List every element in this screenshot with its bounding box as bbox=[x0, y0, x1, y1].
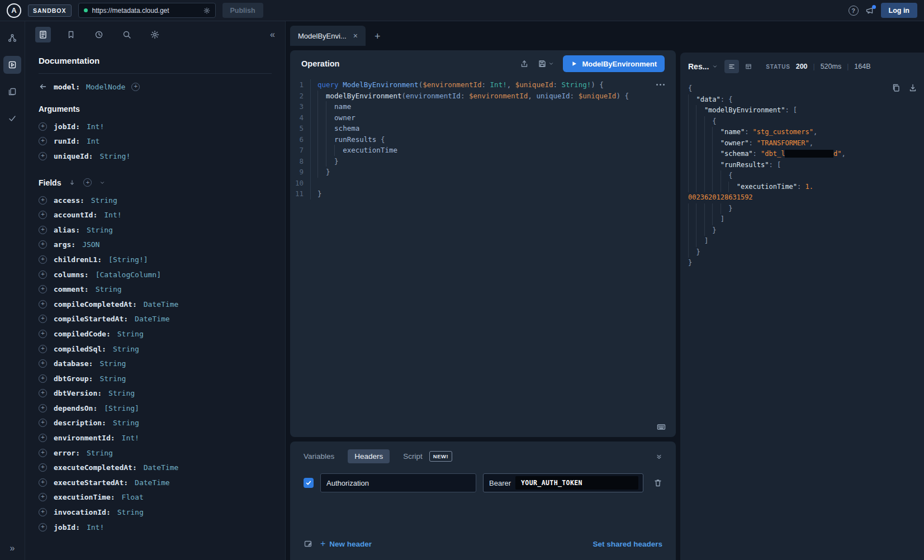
editor-line[interactable]: 10 bbox=[290, 178, 676, 189]
add-field-icon[interactable]: + bbox=[39, 137, 47, 145]
doc-field-row[interactable]: +columns:[CatalogColumn] bbox=[39, 267, 272, 282]
field-type-link[interactable]: JSON bbox=[82, 240, 99, 249]
table-view-icon[interactable] bbox=[741, 60, 756, 73]
doc-field-row[interactable]: +compiledCode:String bbox=[39, 326, 272, 341]
add-field-icon[interactable]: + bbox=[39, 270, 47, 279]
editor-line[interactable]: 3name bbox=[290, 101, 676, 112]
set-shared-headers-link[interactable]: Set shared headers bbox=[593, 540, 662, 548]
editor-line[interactable]: 7executionTime bbox=[290, 145, 676, 156]
field-type-link[interactable]: Int! bbox=[104, 211, 121, 219]
doc-field-row[interactable]: +dependsOn:[String] bbox=[39, 401, 272, 416]
field-type-link[interactable]: String bbox=[117, 508, 144, 516]
add-field-icon[interactable]: + bbox=[39, 463, 47, 472]
doc-field-row[interactable]: +dbtVersion:String bbox=[39, 386, 272, 401]
field-type-link[interactable]: Float bbox=[122, 493, 144, 501]
schema-graph-icon[interactable] bbox=[3, 29, 21, 47]
add-field-icon[interactable]: + bbox=[39, 508, 47, 516]
copy-response-icon[interactable] bbox=[892, 83, 901, 92]
environment-variables-icon[interactable] bbox=[304, 539, 312, 548]
connection-settings-gear-icon[interactable] bbox=[203, 7, 210, 14]
search-icon[interactable] bbox=[119, 27, 135, 42]
help-icon[interactable]: ? bbox=[849, 6, 859, 16]
doc-field-row[interactable]: +alias:String bbox=[39, 222, 272, 238]
field-type-link[interactable]: String bbox=[96, 285, 122, 293]
editor-menu-icon[interactable] bbox=[656, 84, 665, 86]
add-field-icon[interactable]: + bbox=[39, 359, 47, 368]
add-field-icon[interactable]: + bbox=[39, 255, 47, 264]
header-key-input[interactable] bbox=[320, 473, 476, 492]
editor-line[interactable]: 8} bbox=[290, 156, 676, 167]
editor-line[interactable]: 5schema bbox=[290, 123, 676, 134]
field-type-link[interactable]: String bbox=[113, 345, 139, 353]
doc-field-row[interactable]: +dbtGroup:String bbox=[39, 371, 272, 386]
doc-field-row[interactable]: +description:String bbox=[39, 416, 272, 431]
doc-field-row[interactable]: +database:String bbox=[39, 356, 272, 371]
field-type-link[interactable]: Int! bbox=[87, 122, 104, 131]
download-response-icon[interactable] bbox=[908, 83, 917, 92]
graphql-editor[interactable]: 1query ModelByEnvironment($environmentId… bbox=[290, 77, 676, 437]
publish-button[interactable]: Publish bbox=[222, 3, 263, 18]
field-type-link[interactable]: String bbox=[87, 226, 113, 234]
header-value-field[interactable]: Bearer YOUR_AUTH_TOKEN bbox=[483, 473, 643, 492]
add-field-icon[interactable]: + bbox=[39, 315, 47, 323]
new-tab-icon[interactable]: + bbox=[370, 31, 385, 46]
add-field-icon[interactable]: + bbox=[39, 285, 47, 293]
add-field-icon[interactable]: + bbox=[39, 419, 47, 427]
field-type-link[interactable]: String bbox=[113, 419, 139, 427]
add-field-icon[interactable]: + bbox=[39, 449, 47, 457]
doc-field-row[interactable]: +access:String bbox=[39, 193, 272, 208]
explorer-icon[interactable] bbox=[3, 56, 21, 74]
doc-field-row[interactable]: +uniqueId:String! bbox=[39, 149, 272, 164]
endpoint-url-input[interactable]: https://metadata.cloud.get bbox=[78, 3, 216, 18]
field-type-link[interactable]: String bbox=[87, 449, 113, 457]
sort-fields-icon[interactable] bbox=[69, 179, 75, 186]
add-field-icon[interactable]: + bbox=[39, 152, 47, 160]
close-tab-icon[interactable]: × bbox=[353, 31, 358, 40]
run-operation-button[interactable]: ModelByEnvironment bbox=[563, 55, 665, 72]
field-type-link[interactable]: Int! bbox=[87, 523, 104, 531]
editor-line[interactable]: 9} bbox=[290, 167, 676, 178]
doc-field-row[interactable]: +invocationId:String bbox=[39, 505, 272, 520]
history-icon[interactable] bbox=[91, 27, 107, 42]
response-title-dropdown[interactable]: Res... bbox=[688, 62, 718, 71]
settings-gear-icon[interactable] bbox=[147, 27, 163, 42]
field-type-link[interactable]: DateTime bbox=[135, 478, 170, 487]
collapse-panel-icon[interactable] bbox=[656, 453, 662, 460]
add-field-icon[interactable]: + bbox=[39, 404, 47, 412]
doc-field-row[interactable]: +executionTime:Float bbox=[39, 490, 272, 505]
doc-field-row[interactable]: +jobId:Int! bbox=[39, 119, 272, 134]
back-arrow-icon[interactable] bbox=[39, 82, 48, 91]
doc-field-row[interactable]: +executeCompletedAt:DateTime bbox=[39, 460, 272, 475]
add-field-icon[interactable]: + bbox=[39, 374, 47, 383]
doc-field-row[interactable]: +jobId:Int! bbox=[39, 520, 272, 535]
doc-field-row[interactable]: +comment:String bbox=[39, 282, 272, 297]
delete-header-icon[interactable] bbox=[653, 478, 662, 487]
editor-line[interactable]: 2modelByEnvironment(environmentId: $envi… bbox=[290, 91, 676, 102]
header-enabled-checkbox[interactable] bbox=[304, 478, 314, 488]
add-field-icon[interactable]: + bbox=[39, 478, 47, 487]
saved-operations-bookmark-icon[interactable] bbox=[63, 27, 79, 42]
field-type-link[interactable]: [String] bbox=[104, 404, 139, 412]
checks-icon[interactable] bbox=[3, 110, 21, 127]
field-type-link[interactable]: DateTime bbox=[144, 300, 179, 309]
field-type-link[interactable]: String bbox=[99, 359, 126, 368]
editor-line[interactable]: 1query ModelByEnvironment($environmentId… bbox=[290, 79, 676, 91]
add-field-icon[interactable]: + bbox=[39, 122, 47, 131]
field-type-link[interactable]: String! bbox=[99, 152, 130, 160]
save-operation-control[interactable] bbox=[538, 59, 554, 68]
tab-variables[interactable]: Variables bbox=[304, 449, 334, 463]
doc-field-row[interactable]: +executeStartedAt:DateTime bbox=[39, 475, 272, 490]
field-type-link[interactable]: [String!] bbox=[108, 255, 148, 264]
add-field-icon[interactable]: + bbox=[39, 434, 47, 442]
documentation-tab-icon[interactable] bbox=[35, 27, 51, 42]
breadcrumb-type-link[interactable]: ModelNode bbox=[86, 83, 125, 91]
doc-field-row[interactable]: +runId:Int bbox=[39, 134, 272, 149]
add-all-fields-icon[interactable]: + bbox=[83, 178, 92, 187]
add-field-icon[interactable]: + bbox=[39, 523, 47, 531]
add-field-icon[interactable]: + bbox=[39, 300, 47, 309]
tab-headers[interactable]: Headers bbox=[348, 449, 390, 463]
doc-field-row[interactable]: +accountId:Int! bbox=[39, 207, 272, 222]
field-type-link[interactable]: DateTime bbox=[135, 315, 170, 323]
field-type-link[interactable]: String bbox=[91, 196, 117, 205]
login-button[interactable]: Log in bbox=[881, 3, 918, 18]
